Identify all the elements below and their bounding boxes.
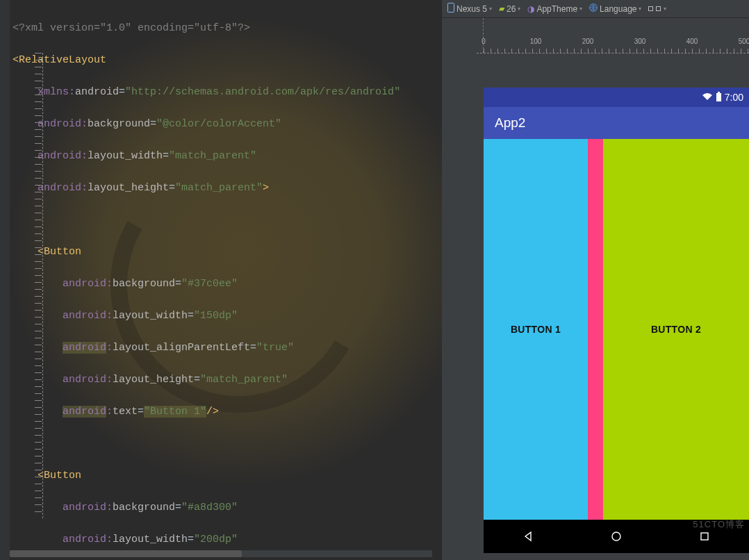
ruler-area: 0 100 200 300 400 500	[442, 18, 749, 53]
app-title: App2	[495, 115, 525, 131]
preview-button-1[interactable]: BUTTON 1	[484, 139, 588, 520]
tag-button2-open: <Button	[38, 470, 81, 481]
layout-preview-pane: Nexus 5 ▾ ▰ 26 ▾ ◑ AppTheme ▾ Language ▾	[442, 0, 749, 560]
language-selector[interactable]: Language ▾	[589, 3, 641, 14]
nav-home-button[interactable]	[608, 528, 625, 545]
language-label: Language	[600, 4, 636, 14]
nav-back-button[interactable]	[520, 528, 536, 545]
code-editor-pane[interactable]: <?xml version="1.0" encoding="utf-8"?> <…	[0, 0, 442, 560]
chevron-down-icon: ▾	[639, 6, 641, 12]
svg-rect-5	[701, 533, 708, 540]
tag-relativelayout-open: <RelativeLayout	[13, 54, 106, 66]
android-icon: ▰	[499, 4, 504, 13]
app-toolbar: App2	[484, 107, 749, 139]
preview-toolbar: Nexus 5 ▾ ▰ 26 ▾ ◑ AppTheme ▾ Language ▾	[442, 0, 749, 18]
button1-label: BUTTON 1	[511, 324, 561, 335]
svg-rect-0	[448, 3, 454, 13]
layout-root: BUTTON 1 BUTTON 2	[484, 139, 749, 520]
ruler-vertical	[35, 53, 42, 518]
phone-frame: 7:00 App2 BUTTON 1 BUTTON 2	[484, 88, 749, 553]
svg-rect-2	[716, 93, 721, 101]
battery-icon	[716, 92, 722, 104]
status-bar: 7:00	[484, 88, 749, 107]
status-time: 7:00	[725, 92, 743, 103]
button2-label: BUTTON 2	[651, 324, 701, 335]
theme-selector[interactable]: ◑ AppTheme ▾	[527, 4, 582, 14]
tag-button1-open: <Button	[38, 246, 81, 258]
chevron-down-icon: ▾	[664, 6, 666, 12]
phone-icon	[447, 3, 454, 15]
svg-point-4	[612, 532, 620, 541]
device-selector[interactable]: Nexus 5 ▾	[447, 3, 492, 15]
device-canvas[interactable]: 7:00 App2 BUTTON 1 BUTTON 2	[484, 53, 749, 560]
api-label: 26	[507, 4, 516, 14]
xml-source[interactable]: <?xml version="1.0" encoding="utf-8"?> <…	[0, 0, 442, 560]
theme-icon: ◑	[527, 4, 534, 14]
chevron-down-icon: ▾	[518, 6, 520, 12]
watermark: 51CTO博客	[693, 518, 745, 531]
preview-button-2[interactable]: BUTTON 2	[603, 139, 749, 520]
wifi-icon	[702, 92, 713, 103]
ruler-horizontal: 0 100 200 300 400 500	[484, 18, 749, 53]
api-selector[interactable]: ▰ 26 ▾	[499, 4, 520, 14]
main-split: <?xml version="1.0" encoding="utf-8"?> <…	[0, 0, 749, 560]
svg-rect-3	[718, 92, 720, 93]
device-label: Nexus 5	[456, 4, 487, 14]
xml-declaration: <?xml version="1.0" encoding="utf-8"?>	[13, 22, 250, 34]
globe-icon	[589, 3, 598, 14]
chevron-down-icon: ▾	[489, 6, 492, 12]
editor-horizontal-scrollbar[interactable]	[10, 550, 432, 557]
chevron-down-icon: ▾	[579, 6, 582, 12]
theme-label: AppTheme	[536, 4, 577, 14]
layout-variants-button[interactable]: ▾	[648, 6, 666, 12]
